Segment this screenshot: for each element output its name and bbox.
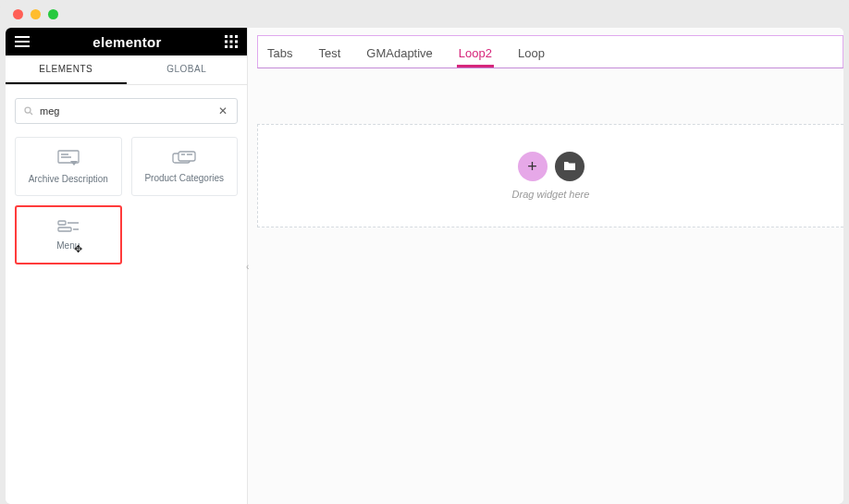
drop-buttons: + (518, 152, 584, 181)
search-input[interactable] (40, 105, 216, 117)
svg-line-13 (31, 113, 33, 116)
canvas-tab-tabs[interactable]: Tabs (265, 43, 294, 68)
search-box: ✕ (15, 98, 238, 124)
svg-rect-11 (235, 45, 238, 48)
widget-label: Product Categories (144, 173, 224, 183)
clear-search-icon[interactable]: ✕ (216, 103, 229, 119)
sidebar-header: elementor (6, 28, 247, 55)
widgets-sidebar: elementor ELEMENTS (6, 28, 248, 504)
menu-icon[interactable] (15, 35, 30, 48)
plus-icon: + (527, 157, 537, 177)
canvas-tab-loop[interactable]: Loop (516, 43, 547, 68)
minimize-window-button[interactable] (31, 9, 41, 19)
svg-point-12 (25, 107, 31, 113)
panel-tabs: ELEMENTS GLOBAL (6, 55, 247, 85)
canvas-tab-gmadaptive[interactable]: GMAdaptive (364, 43, 435, 68)
svg-rect-1 (15, 41, 30, 43)
editor-canvas: ‹ Tabs Test GMAdaptive Loop2 Loop + (248, 28, 843, 504)
apps-grid-icon[interactable] (225, 35, 238, 48)
folder-icon (563, 160, 576, 174)
widget-menu[interactable]: Menu ✥ (15, 205, 122, 264)
add-widget-button[interactable]: + (518, 152, 548, 181)
search-wrap: ✕ (6, 85, 247, 133)
widgets-grid: Archive Description Product Categories (6, 133, 247, 274)
product-cat-icon (172, 151, 196, 166)
svg-rect-0 (15, 36, 30, 38)
move-cursor-icon: ✥ (74, 243, 82, 255)
mac-titlebar (0, 0, 849, 28)
widget-label: Archive Description (29, 174, 108, 184)
drop-zone[interactable]: + Drag widget here (257, 124, 843, 227)
archive-desc-icon (57, 150, 80, 166)
svg-rect-4 (229, 35, 232, 38)
collapse-sidebar-icon[interactable]: ‹ (246, 261, 249, 271)
brand-logo: elementor (92, 34, 161, 50)
template-folder-button[interactable] (555, 152, 584, 181)
drop-hint-text: Drag widget here (512, 189, 590, 200)
close-window-button[interactable] (13, 9, 23, 19)
canvas-tab-loop2[interactable]: Loop2 (457, 43, 494, 68)
svg-rect-5 (235, 35, 238, 38)
svg-rect-23 (58, 227, 71, 231)
app-window: elementor ELEMENTS (0, 0, 849, 504)
svg-rect-7 (229, 41, 232, 43)
svg-rect-6 (225, 41, 228, 43)
svg-rect-2 (15, 45, 30, 47)
widget-archive-description[interactable]: Archive Description (15, 137, 122, 196)
maximize-window-button[interactable] (48, 9, 58, 19)
app-body: elementor ELEMENTS (6, 28, 843, 504)
search-icon (23, 105, 34, 117)
svg-rect-10 (229, 45, 232, 48)
svg-rect-21 (58, 221, 66, 225)
svg-rect-18 (178, 152, 195, 161)
svg-rect-9 (225, 45, 228, 48)
menu-widget-icon (57, 220, 80, 233)
widget-product-categories[interactable]: Product Categories (131, 137, 239, 196)
tab-global[interactable]: GLOBAL (127, 55, 248, 84)
canvas-tab-test[interactable]: Test (316, 43, 342, 68)
tab-elements[interactable]: ELEMENTS (6, 55, 127, 84)
canvas-tabs: Tabs Test GMAdaptive Loop2 Loop (257, 35, 843, 68)
svg-rect-8 (235, 41, 238, 43)
svg-rect-3 (225, 35, 228, 38)
